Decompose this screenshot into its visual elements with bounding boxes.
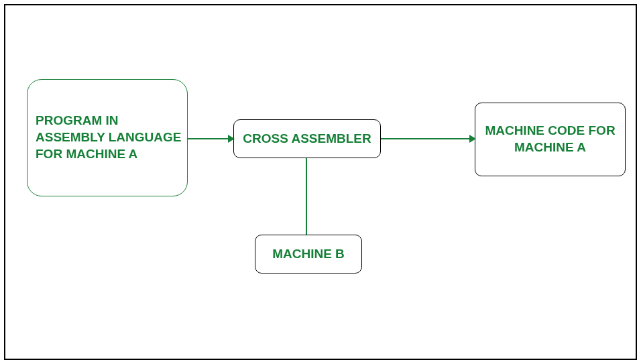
arrowhead-icon (228, 135, 235, 143)
node-output-label: MACHINE CODE FOR MACHINE A (475, 123, 625, 156)
node-output-machine-code: MACHINE CODE FOR MACHINE A (475, 103, 626, 176)
node-assembler-label: CROSS ASSEMBLER (243, 131, 371, 146)
edge-assembler-to-machineb (306, 158, 307, 235)
node-input-label: PROGRAM IN ASSEMBLY LANGUAGE FOR MACHINE… (36, 113, 187, 162)
node-machineb-label: MACHINE B (272, 247, 345, 261)
arrowhead-icon (469, 135, 476, 143)
edge-input-to-assembler (188, 138, 233, 139)
edge-assembler-to-output (381, 138, 475, 139)
diagram-frame: PROGRAM IN ASSEMBLY LANGUAGE FOR MACHINE… (4, 4, 637, 360)
node-cross-assembler: CROSS ASSEMBLER (233, 119, 381, 158)
node-machine-b: MACHINE B (255, 235, 362, 274)
node-input-program: PROGRAM IN ASSEMBLY LANGUAGE FOR MACHINE… (27, 79, 188, 196)
